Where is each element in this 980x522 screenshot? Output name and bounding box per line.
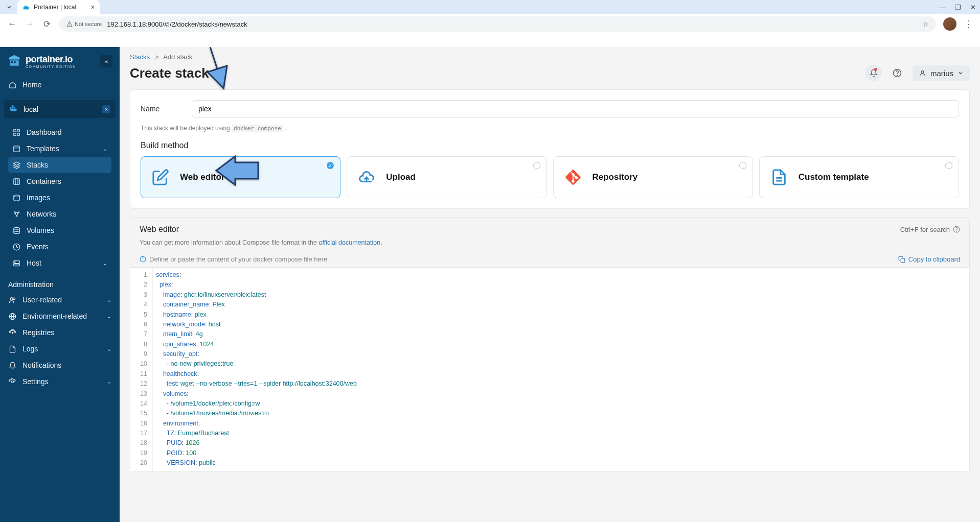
svg-rect-14 xyxy=(13,133,15,135)
info-icon xyxy=(140,256,146,263)
svg-rect-19 xyxy=(13,178,19,184)
editor-description: You can get more information about Compo… xyxy=(140,239,960,246)
chevron-down-icon: ⌄ xyxy=(103,146,107,152)
method-custom-template[interactable]: Custom template xyxy=(759,156,959,198)
host-icon xyxy=(12,259,20,267)
close-window-button[interactable]: ✕ xyxy=(970,4,976,11)
code-content[interactable]: services: plex: image: ghcr.io/linuxserv… xyxy=(153,268,360,471)
chevron-down-icon: ⌄ xyxy=(107,346,111,352)
svg-rect-10 xyxy=(14,107,15,109)
sidebar-item-volumes[interactable]: Volumes xyxy=(4,222,116,239)
env-collapse-button[interactable]: × xyxy=(102,105,110,113)
reload-button[interactable]: ⟳ xyxy=(42,19,52,30)
svg-line-27 xyxy=(17,212,18,216)
address-bar[interactable]: Not secure 192.168.1.18:9000/#!/2/docker… xyxy=(59,16,936,32)
chevron-down-icon: ⌄ xyxy=(103,260,107,267)
edit-icon xyxy=(150,167,171,187)
radio-icon xyxy=(945,162,952,169)
help-circle-icon[interactable] xyxy=(953,226,960,233)
docs-link[interactable]: official documentation xyxy=(318,239,380,246)
method-upload[interactable]: Upload xyxy=(347,156,546,198)
svg-point-49 xyxy=(143,257,143,258)
sidebar: portainer.io COMMUNITY EDITION « Home lo… xyxy=(0,47,120,522)
sidebar-collapse-button[interactable]: « xyxy=(100,55,112,67)
svg-rect-8 xyxy=(10,107,12,109)
minimize-button[interactable]: — xyxy=(939,4,946,11)
sidebar-item-events[interactable]: Events xyxy=(4,239,116,255)
git-icon xyxy=(563,167,583,187)
svg-point-39 xyxy=(11,381,13,383)
tab-list-button[interactable] xyxy=(4,2,14,12)
code-editor[interactable]: 1234567891011121314151617181920 services… xyxy=(130,267,969,471)
svg-rect-16 xyxy=(13,146,19,151)
svg-rect-15 xyxy=(17,133,19,135)
radio-icon xyxy=(739,162,746,169)
sidebar-item-user-related[interactable]: User-related⌄ xyxy=(0,292,120,308)
radio-icon xyxy=(8,328,16,337)
sidebar-item-host[interactable]: Host⌄ xyxy=(4,255,116,271)
svg-rect-12 xyxy=(13,129,15,131)
images-icon xyxy=(12,194,20,202)
file-icon xyxy=(769,167,789,187)
containers-icon xyxy=(12,177,20,185)
maximize-button[interactable]: ❐ xyxy=(955,4,961,11)
upload-icon xyxy=(356,167,377,187)
browser-menu-button[interactable]: ⋮ xyxy=(964,18,973,30)
svg-point-35 xyxy=(13,298,15,300)
url-text: 192.168.1.18:9000/#!/2/docker/stacks/new… xyxy=(107,20,247,28)
forward-button[interactable]: → xyxy=(25,19,35,29)
notification-bell-button[interactable] xyxy=(865,65,882,81)
sidebar-item-notifications[interactable]: Notifications xyxy=(0,357,120,373)
method-web-editor[interactable]: Web editor xyxy=(141,156,340,198)
sidebar-item-environment-related[interactable]: Environment-related⌄ xyxy=(0,308,120,324)
security-indicator[interactable]: Not secure xyxy=(66,21,102,27)
sidebar-item-networks[interactable]: Networks xyxy=(4,206,116,222)
sidebar-item-images[interactable]: Images xyxy=(4,189,116,206)
browser-toolbar: ← → ⟳ Not secure 192.168.1.18:9000/#!/2/… xyxy=(0,14,980,34)
sidebar-item-dashboard[interactable]: Dashboard xyxy=(4,124,116,140)
back-button[interactable]: ← xyxy=(7,19,17,29)
chevron-down-icon: ⌄ xyxy=(107,297,111,303)
globe-icon xyxy=(8,312,16,320)
chevron-down-icon: ⌄ xyxy=(107,378,111,385)
stack-name-input[interactable] xyxy=(192,100,959,117)
sidebar-item-logs[interactable]: Logs⌄ xyxy=(0,341,120,357)
home-icon xyxy=(8,81,16,89)
svg-point-38 xyxy=(12,332,13,334)
breadcrumb-root[interactable]: Stacks xyxy=(130,53,150,61)
copy-to-clipboard-button[interactable]: Copy to clipboard xyxy=(898,255,960,263)
gear-icon xyxy=(8,377,16,386)
networks-icon xyxy=(12,210,20,218)
sidebar-item-templates[interactable]: Templates⌄ xyxy=(4,140,116,157)
svg-point-22 xyxy=(13,195,19,197)
svg-rect-11 xyxy=(12,105,13,107)
refresh-icon[interactable] xyxy=(214,67,223,79)
editor-shortcut-hint: Ctrl+F for search xyxy=(900,226,960,233)
sidebar-item-stacks[interactable]: Stacks xyxy=(8,157,111,173)
svg-rect-50 xyxy=(901,258,905,263)
profile-avatar[interactable] xyxy=(943,17,956,31)
svg-point-25 xyxy=(16,216,17,217)
tab-title: Portainer | local xyxy=(34,4,76,11)
bell-icon xyxy=(8,361,16,369)
sidebar-item-containers[interactable]: Containers xyxy=(4,173,116,189)
breadcrumb: Stacks > Add stack xyxy=(120,47,980,61)
method-repository[interactable]: Repository xyxy=(553,156,753,198)
brand-edition: COMMUNITY EDITION xyxy=(26,65,76,68)
sidebar-item-home[interactable]: Home xyxy=(0,77,120,93)
tab-close-button[interactable]: × xyxy=(90,3,95,11)
main-content: Stacks > Add stack Create stack marius xyxy=(120,47,980,522)
browser-tab[interactable]: Portainer | local × xyxy=(17,0,100,14)
chevron-down-icon xyxy=(958,70,964,76)
deploy-hint: This stack will be deployed using docker… xyxy=(141,125,959,132)
sidebar-item-registries[interactable]: Registries xyxy=(0,324,120,341)
sidebar-item-settings[interactable]: Settings⌄ xyxy=(0,373,120,390)
sidebar-environment[interactable]: local × xyxy=(4,100,116,118)
user-menu-button[interactable]: marius xyxy=(913,65,970,81)
bookmark-star-icon[interactable]: ☆ xyxy=(923,20,929,28)
users-icon xyxy=(8,296,16,304)
volumes-icon xyxy=(12,226,20,234)
templates-icon xyxy=(12,145,20,153)
help-button[interactable] xyxy=(889,65,905,81)
events-icon xyxy=(12,243,20,251)
